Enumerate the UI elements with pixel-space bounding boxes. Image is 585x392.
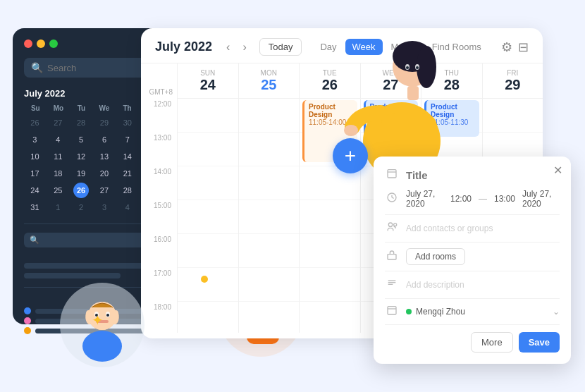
mini-cal-day-cell[interactable]: 28	[73, 115, 89, 130]
sidebar-cal-dot-blue	[24, 307, 31, 314]
mini-cal-day-cell[interactable]: 1	[50, 200, 66, 215]
calendar-select-chevron: ⌄	[553, 307, 560, 317]
mini-cal-day-cell[interactable]: 24	[27, 183, 42, 198]
mini-cal-day-cell[interactable]: 3	[27, 132, 42, 147]
calendar-day-header-0[interactable]: Sun24	[178, 63, 238, 99]
svg-rect-23	[381, 113, 437, 162]
dialog-date-end: July 27, 2020	[522, 189, 560, 209]
hour-line	[483, 99, 543, 133]
calendar-day-body-0[interactable]	[178, 99, 238, 333]
calendar-owner-name: Mengqi Zhou	[416, 307, 548, 317]
calendar-select[interactable]: Mengqi Zhou ⌄	[406, 307, 560, 317]
mini-cal-day-tu: Tu	[70, 104, 93, 112]
calendar-day-num-1: 25	[261, 77, 276, 93]
dialog-rooms-row: Add rooms	[385, 248, 560, 271]
mini-cal-day-cell[interactable]: 31	[27, 200, 42, 215]
mini-cal-day-cell[interactable]: 18	[50, 166, 66, 181]
mini-cal-day-cell[interactable]: 14	[120, 149, 135, 164]
settings-icon[interactable]: ⚙	[501, 39, 512, 55]
mini-cal-day-cell[interactable]: 17	[27, 166, 42, 181]
deco-dot-yellow-1	[201, 276, 208, 283]
svg-line-33	[392, 197, 394, 198]
mini-cal-day-cell[interactable]: 12	[73, 149, 89, 164]
mini-cal-day-cell[interactable]: 26	[27, 115, 42, 130]
calendar-today-button[interactable]: Today	[259, 38, 302, 56]
mini-cal-day-cell[interactable]: 28	[120, 183, 135, 198]
hour-line	[178, 234, 238, 268]
sidebar-bar-2	[24, 273, 121, 278]
hour-line	[239, 166, 300, 200]
svg-point-27	[406, 66, 409, 69]
time-label-1200: 12:00	[141, 99, 177, 133]
mini-cal-day-cell[interactable]: 2	[73, 200, 89, 215]
mini-cal-day-cell[interactable]: 4	[50, 132, 66, 147]
grid-icon[interactable]: ⊟	[518, 39, 529, 55]
hour-line	[178, 99, 238, 133]
time-label-1300: 13:00	[141, 133, 177, 166]
calendar-day-name-5: Fri	[507, 69, 518, 77]
svg-point-22	[344, 125, 358, 136]
hour-line	[178, 200, 238, 234]
mini-cal-day-cell[interactable]: 4	[120, 200, 135, 215]
traffic-light-yellow[interactable]	[37, 39, 45, 48]
dialog-calendar-row: Mengqi Zhou ⌄	[385, 305, 560, 325]
event-title-input[interactable]	[406, 169, 560, 181]
dialog-contacts-icon	[385, 221, 399, 235]
mini-cal-day-cell[interactable]: 6	[97, 132, 112, 147]
mini-cal-day-cell[interactable]: 29	[97, 115, 112, 130]
traffic-light-green[interactable]	[49, 39, 58, 48]
mini-cal-day-cell[interactable]: 27	[97, 183, 112, 198]
hour-line	[178, 268, 238, 302]
sidebar-list-search-icon: 🔍	[30, 235, 39, 245]
dialog-time-end[interactable]: 13:00	[494, 194, 515, 204]
calendar-day-col-0: Sun24	[178, 63, 239, 333]
svg-point-11	[82, 331, 122, 362]
calendar-day-body-1[interactable]	[239, 99, 300, 333]
mini-cal-day-cell[interactable]: 30	[120, 115, 135, 130]
hour-line	[178, 133, 238, 166]
hour-line	[178, 166, 238, 200]
svg-rect-40	[388, 307, 396, 314]
hour-line	[239, 200, 300, 234]
svg-rect-24	[407, 86, 419, 100]
mini-cal-day-cell[interactable]: 7	[120, 132, 135, 147]
calendar-day-header-5[interactable]: Fri29	[483, 63, 543, 99]
mini-cal-day-cell[interactable]: 5	[73, 132, 89, 147]
dialog-title-row	[385, 168, 560, 182]
calendar-title: July 2022	[155, 39, 212, 54]
hour-line	[239, 234, 300, 268]
time-label-1400: 14:00	[141, 166, 177, 200]
dialog-time-fields: July 27, 2020 12:00 — 13:00 July 27, 202…	[406, 189, 560, 209]
sidebar-cal-dot-orange	[24, 327, 31, 334]
dialog-close-button[interactable]: ✕	[553, 164, 562, 177]
calendar-toolbar-icons: ⚙ ⊟	[501, 39, 529, 55]
sidebar-month-title: July 2022	[24, 88, 66, 99]
description-input[interactable]	[406, 277, 560, 293]
mini-cal-day-cell[interactable]: 19	[73, 166, 89, 181]
mini-cal-day-cell[interactable]: 3	[97, 200, 112, 215]
create-event-fab[interactable]: +	[333, 138, 368, 173]
mini-cal-day-cell[interactable]: 21	[120, 166, 135, 181]
contacts-input[interactable]	[406, 221, 560, 236]
calendar-prev-button[interactable]: ‹	[223, 39, 233, 55]
dialog-time-start[interactable]: 12:00	[450, 194, 472, 204]
mini-cal-day-cell[interactable]: 11	[50, 149, 66, 164]
save-event-button[interactable]: Save	[519, 332, 560, 353]
dialog-description-row	[385, 277, 560, 299]
calendar-next-button[interactable]: ›	[240, 39, 249, 55]
more-options-button[interactable]: More	[471, 332, 513, 353]
hour-line	[300, 302, 360, 333]
mini-cal-day-cell[interactable]: 26	[73, 183, 89, 198]
mini-cal-day-cell[interactable]: 20	[97, 166, 112, 181]
dialog-time-row: July 27, 2020 12:00 — 13:00 July 27, 202…	[385, 189, 560, 215]
calendar-day-header-1[interactable]: Mon25	[239, 63, 300, 99]
calendar-day-num-5: 29	[505, 77, 520, 93]
mini-cal-day-cell[interactable]: 10	[27, 149, 42, 164]
mini-cal-day-cell[interactable]: 27	[50, 115, 66, 130]
mini-cal-day-cell[interactable]: 25	[50, 183, 66, 198]
mini-cal-day-we: We	[93, 104, 116, 112]
mini-cal-day-cell[interactable]: 13	[97, 149, 112, 164]
traffic-light-red[interactable]	[24, 39, 32, 48]
hour-line	[239, 133, 300, 166]
add-rooms-button[interactable]: Add rooms	[406, 248, 465, 265]
